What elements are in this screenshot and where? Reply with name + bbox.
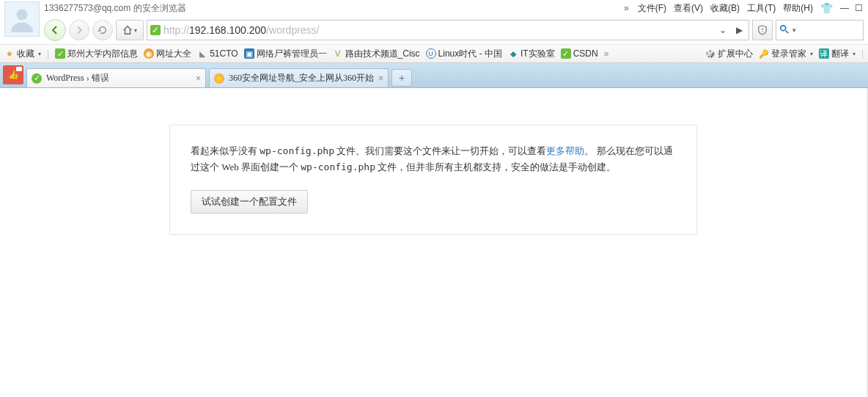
menu-favorites[interactable]: 收藏(B) — [707, 2, 743, 15]
search-icon — [779, 24, 790, 37]
chevrons-icon[interactable]: » — [621, 3, 633, 13]
user-icon — [9, 6, 35, 32]
menu-help[interactable]: 帮助(H) — [780, 2, 816, 15]
wp-error-message: 看起来似乎没有 wp-config.php 文件。我们需要这个文件来让一切开始，… — [191, 143, 676, 175]
new-tab-button[interactable]: + — [391, 69, 412, 87]
more-help-link[interactable]: 更多帮助 — [546, 145, 584, 156]
svg-point-0 — [17, 10, 28, 21]
menu-file[interactable]: 文件(F) — [635, 2, 669, 15]
csdn-icon: ✓ — [561, 48, 571, 59]
login-manager-button[interactable]: 🔑登录管家▾ — [759, 48, 813, 60]
translate-button[interactable]: 译翻译▾ — [819, 48, 856, 60]
url-dropdown[interactable]: ⌄ — [716, 25, 729, 35]
bookmark-item[interactable]: ULinux时代 - 中国 — [426, 48, 502, 60]
favorites-label: 收藏 — [17, 48, 34, 60]
svg-point-1 — [781, 25, 786, 30]
back-button[interactable] — [44, 19, 66, 41]
tag-icon: ◣ — [197, 48, 207, 59]
bookmark-item[interactable]: ◣51CTO — [197, 48, 238, 59]
restore-button[interactable]: ☐ — [852, 3, 865, 13]
book-icon: ▣ — [244, 48, 254, 59]
bookmark-item[interactable]: ✓郑州大学内部信息 — [55, 48, 138, 60]
cube-icon: 🎲 — [705, 48, 716, 59]
skin-icon[interactable]: 👕 — [817, 2, 836, 14]
tab-label: WordPress › 错误 — [46, 72, 191, 84]
tab-strip: 👍 ✓ WordPress › 错误 × 360安全网址导航_安全上网从360开… — [0, 63, 868, 88]
bookmarks-bar: ★ 收藏 ▾ | ✓郑州大学内部信息 ◉网址大全 ◣51CTO ▣网络尸裤管理员… — [0, 44, 868, 63]
shield-icon — [757, 25, 768, 35]
u-icon: U — [426, 48, 436, 59]
arrow-left-icon — [50, 25, 60, 35]
like-button[interactable]: 👍 — [3, 65, 23, 84]
close-icon[interactable]: × — [378, 73, 383, 84]
tab-inactive[interactable]: 360安全网址导航_安全上网从360开始 × — [209, 68, 389, 87]
minimize-button[interactable]: — — [837, 3, 850, 13]
search-box[interactable]: ▾ — [776, 20, 864, 40]
key-icon: 🔑 — [759, 48, 769, 59]
go-button[interactable]: ▶ — [732, 25, 746, 35]
shield-button[interactable] — [752, 20, 773, 40]
arrow-right-icon — [75, 26, 84, 34]
forward-button[interactable] — [69, 20, 89, 40]
bookmark-item[interactable]: ✓CSDN — [561, 48, 598, 59]
bookmark-item[interactable]: ◉网址大全 — [144, 48, 191, 60]
menu-view[interactable]: 查看(V) — [671, 2, 706, 15]
url-text: http://192.168.100.200/wordpress/ — [163, 24, 713, 36]
tab-active[interactable]: ✓ WordPress › 错误 × — [26, 68, 206, 87]
chevron-down-icon: ▾ — [134, 27, 137, 34]
site-identity-icon: ✓ — [150, 25, 161, 35]
news-icon: ✓ — [55, 48, 65, 59]
compass-icon: ◉ — [144, 48, 154, 59]
separator: | — [861, 48, 864, 59]
menu-tools[interactable]: 工具(T) — [744, 2, 779, 15]
translate-icon: 译 — [819, 48, 829, 59]
reload-button[interactable] — [92, 20, 113, 40]
titlebar: 1336277573@qq.com 的安全浏览器 » 文件(F) 查看(V) 收… — [0, 0, 868, 16]
thumbs-up-icon: 👍 — [8, 70, 19, 80]
home-icon — [122, 25, 133, 35]
bookmark-item[interactable]: V路由技术频道_Cisc — [333, 48, 420, 60]
360-icon — [214, 73, 224, 84]
nav-toolbar: ▾ ✓ http://192.168.100.200/wordpress/ ⌄ … — [0, 16, 868, 44]
close-icon[interactable]: × — [196, 73, 201, 84]
reload-icon — [98, 25, 108, 35]
window-title: 1336277573@qq.com 的安全浏览器 — [44, 2, 186, 15]
star-icon: ★ — [4, 48, 15, 59]
separator: | — [47, 48, 49, 59]
bookmark-item[interactable]: ◆IT实验室 — [508, 48, 555, 60]
search-engine-dropdown[interactable]: ▾ — [792, 26, 796, 34]
avatar[interactable] — [4, 1, 40, 37]
lab-icon: ◆ — [508, 48, 518, 59]
page-viewport: 看起来似乎没有 wp-config.php 文件。我们需要这个文件来让一切开始，… — [0, 88, 867, 396]
address-bar[interactable]: ✓ http://192.168.100.200/wordpress/ ⌄ ▶ — [147, 20, 749, 40]
home-button[interactable]: ▾ — [116, 20, 144, 40]
favorites-button[interactable]: ★ 收藏 ▾ — [4, 48, 41, 60]
wp-error-box: 看起来似乎没有 wp-config.php 文件。我们需要这个文件来让一切开始，… — [169, 125, 697, 235]
bookmark-item[interactable]: ▣网络尸裤管理员一 — [244, 48, 327, 60]
v-icon: V — [333, 48, 343, 59]
wp-icon: ✓ — [32, 73, 42, 84]
create-config-button[interactable]: 试试创建一个配置文件 — [191, 190, 308, 214]
tab-label: 360安全网址导航_安全上网从360开始 — [229, 72, 374, 84]
ext-center-button[interactable]: 🎲扩展中心 — [705, 48, 753, 60]
more-bookmarks[interactable]: » — [604, 48, 609, 59]
